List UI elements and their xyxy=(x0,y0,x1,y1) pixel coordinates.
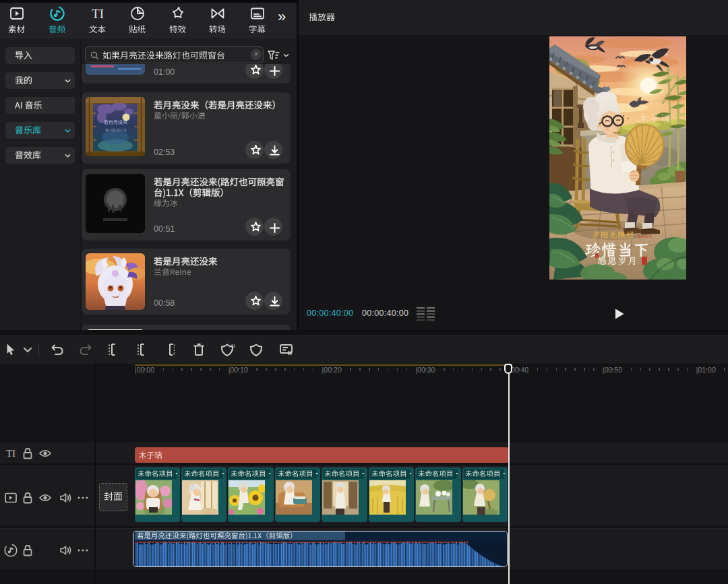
svg-text:TI: TI xyxy=(6,448,16,459)
svg-text:AI: AI xyxy=(231,344,235,348)
svg-text:TI: TI xyxy=(92,7,104,21)
